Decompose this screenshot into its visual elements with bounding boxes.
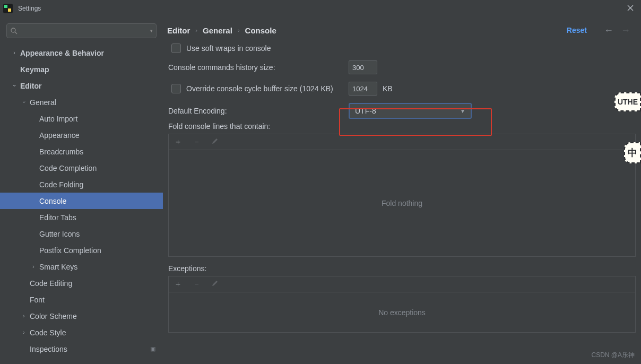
remove-button: －	[193, 137, 201, 147]
chevron-right-icon: ›	[195, 27, 197, 33]
svg-point-3	[11, 28, 15, 32]
tree-label: Code Completion	[39, 164, 97, 172]
tree-code-editing[interactable]: Code Editing	[0, 275, 163, 291]
tree-smart-keys[interactable]: ›Smart Keys	[0, 258, 163, 275]
history-size-label: Console commands history size:	[168, 63, 275, 72]
tree-appearance[interactable]: Appearance	[0, 127, 163, 143]
search-icon	[10, 27, 18, 34]
tree-breadcrumbs[interactable]: Breadcrumbs	[0, 143, 163, 160]
exceptions-list: ＋ － No exceptions	[168, 276, 636, 333]
tree-label: Appearance & Behavior	[20, 49, 104, 57]
tree-label: Appearance	[39, 131, 80, 140]
tree-gutter-icons[interactable]: Gutter Icons	[0, 226, 163, 242]
title-bar: Settings	[0, 0, 641, 17]
watermark: CSDN @A乐神	[591, 351, 635, 360]
tree-label: Code Style	[30, 328, 66, 337]
chevron-down-icon: ›	[21, 99, 27, 106]
tree-code-completion[interactable]: Code Completion	[0, 160, 163, 176]
override-buffer-unit: KB	[383, 84, 393, 93]
tree-label: Code Editing	[30, 279, 72, 288]
tree-label: Editor	[20, 82, 41, 90]
soft-wraps-label: Use soft wraps in console	[186, 44, 271, 53]
tree-label: Editor Tabs	[39, 213, 76, 222]
fold-lines-label: Fold console lines that contain:	[168, 122, 636, 131]
settings-sidebar: ▾ ›Appearance & Behavior ›Keymap ›Editor…	[0, 17, 163, 364]
chevron-right-icon: ›	[20, 313, 28, 319]
tree-code-style[interactable]: ›Code Style	[0, 324, 163, 341]
tree-general[interactable]: ›General	[0, 94, 163, 110]
pencil-icon	[211, 137, 219, 145]
fold-list: ＋ － Fold nothing	[168, 134, 636, 257]
svg-rect-1	[4, 5, 7, 8]
tree-editor[interactable]: ›Editor	[0, 77, 163, 94]
settings-tree: ›Appearance & Behavior ›Keymap ›Editor ›…	[0, 45, 163, 364]
svg-line-4	[15, 32, 17, 34]
default-encoding-label: Default Encoding:	[168, 107, 227, 115]
exceptions-label: Exceptions:	[168, 264, 636, 273]
tree-label: Postfix Completion	[39, 246, 101, 255]
tree-label: Auto Import	[39, 115, 77, 123]
default-encoding-select[interactable]: UTF-8 ▼	[349, 103, 472, 119]
exceptions-list-empty: No exceptions	[169, 292, 635, 332]
add-button[interactable]: ＋	[174, 279, 182, 289]
chevron-right-icon: ›	[30, 264, 37, 270]
chevron-right-icon: ›	[11, 50, 18, 56]
tree-code-folding[interactable]: Code Folding	[0, 176, 163, 193]
remove-button: －	[193, 279, 201, 289]
soft-wraps-checkbox[interactable]	[171, 44, 181, 53]
scope-icon: ▣	[150, 345, 155, 352]
tree-label: Font	[30, 296, 45, 304]
breadcrumb-general[interactable]: General	[203, 26, 232, 35]
tree-postfix-completion[interactable]: Postfix Completion	[0, 242, 163, 258]
chevron-down-icon: ▼	[460, 108, 465, 114]
chevron-right-icon: ›	[238, 27, 240, 33]
add-button[interactable]: ＋	[174, 137, 182, 147]
search-dropdown-icon: ▾	[150, 28, 153, 33]
override-buffer-checkbox[interactable]	[171, 84, 181, 93]
tree-label: Code Folding	[39, 180, 83, 189]
pycharm-app-icon	[3, 4, 13, 13]
chevron-down-icon: ›	[12, 82, 18, 90]
search-input[interactable]: ▾	[6, 23, 157, 38]
history-size-input[interactable]	[349, 60, 377, 74]
breadcrumb-row: Editor › General › Console Reset ← →	[163, 17, 641, 44]
tree-label: Inspections	[30, 345, 67, 353]
encoding-value: UTF-8	[355, 107, 376, 115]
exceptions-list-toolbar: ＋ －	[169, 276, 635, 292]
tree-label: Keymap	[20, 65, 49, 74]
override-buffer-label: Override console cycle buffer size (1024…	[186, 84, 333, 93]
breadcrumb-editor[interactable]: Editor	[167, 26, 190, 35]
pencil-icon	[211, 280, 219, 287]
close-button[interactable]	[623, 5, 638, 13]
tree-label: Smart Keys	[39, 263, 77, 271]
chevron-right-icon: ›	[20, 330, 28, 335]
svg-rect-2	[8, 8, 11, 12]
tree-auto-import[interactable]: Auto Import	[0, 110, 163, 127]
tree-font[interactable]: Font	[0, 291, 163, 308]
tree-editor-tabs[interactable]: Editor Tabs	[0, 209, 163, 226]
tree-label: Console	[39, 197, 66, 205]
edit-button	[211, 137, 219, 146]
window-title: Settings	[18, 5, 623, 12]
tree-label: Color Scheme	[30, 312, 77, 320]
sticker-overlay: 中	[624, 142, 641, 163]
tree-label: General	[30, 98, 56, 107]
nav-forward-button: →	[621, 25, 630, 36]
sticker-overlay: UTHE	[614, 92, 641, 111]
tree-label: Gutter Icons	[39, 230, 80, 238]
tree-keymap[interactable]: ›Keymap	[0, 61, 163, 77]
tree-label: Breadcrumbs	[39, 148, 83, 156]
tree-console[interactable]: Console	[0, 193, 163, 209]
reset-button[interactable]: Reset	[567, 26, 587, 34]
override-buffer-input[interactable]	[349, 82, 377, 96]
tree-appearance-behavior[interactable]: ›Appearance & Behavior	[0, 45, 163, 61]
nav-back-button[interactable]: ←	[604, 25, 613, 36]
settings-content: Editor › General › Console Reset ← → Use…	[163, 17, 641, 364]
edit-button	[211, 280, 219, 289]
fold-list-empty: Fold nothing	[169, 150, 635, 256]
tree-inspections[interactable]: Inspections▣	[0, 341, 163, 357]
fold-list-toolbar: ＋ －	[169, 134, 635, 150]
breadcrumb-console: Console	[245, 26, 276, 35]
tree-color-scheme[interactable]: ›Color Scheme	[0, 308, 163, 324]
